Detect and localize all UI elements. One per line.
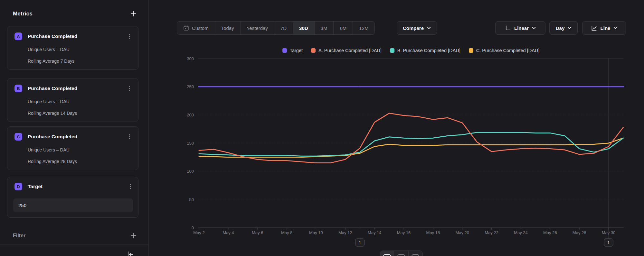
- chart-style-option-2[interactable]: [394, 251, 408, 256]
- series-line-c-purchase-completed-dau-: [199, 138, 623, 157]
- chart-panel: CustomTodayYesterday7D30D3M6M12M Compare…: [149, 0, 644, 256]
- chart-style-icon: [383, 254, 391, 256]
- metric-card-c[interactable]: C Purchase Completed Unique Users – DAU …: [7, 126, 138, 170]
- x-axis-label: May 18: [426, 230, 440, 235]
- filter-label: Filter: [13, 233, 25, 239]
- chart-style-icon: [412, 254, 419, 256]
- x-axis-label: May 28: [573, 230, 586, 235]
- x-axis-label: May 24: [514, 230, 528, 235]
- y-axis-label: 150: [187, 141, 194, 146]
- metric-title: Purchase Completed: [28, 86, 128, 91]
- collapse-left-icon: [126, 250, 135, 256]
- metric-title: Purchase Completed: [28, 33, 128, 39]
- x-axis-label: May 4: [223, 230, 234, 235]
- sidebar-divider: [0, 244, 149, 245]
- chart-style-switcher: [380, 251, 423, 256]
- plus-icon: [130, 232, 137, 239]
- series-line-b-purchase-completed-dau-: [199, 133, 623, 156]
- metrics-sidebar: Metrics A Purchase Completed Unique User…: [0, 0, 149, 256]
- line-chart: 050100150200250300May 2May 4May 6May 8Ma…: [149, 0, 644, 256]
- annotation-badge-label: 1: [607, 240, 610, 245]
- y-axis-label: 100: [187, 169, 194, 174]
- metric-title: Purchase Completed: [28, 134, 128, 140]
- collapse-sidebar-button[interactable]: [126, 250, 135, 256]
- metric-measure: Unique Users – DAU: [28, 99, 131, 104]
- y-axis-label: 250: [187, 84, 194, 89]
- chart-style-option-3[interactable]: [409, 251, 422, 256]
- metric-badge-b: B: [14, 85, 22, 92]
- metric-menu-button[interactable]: [128, 32, 131, 40]
- metric-menu-button[interactable]: [128, 133, 131, 141]
- y-axis-label: 300: [187, 56, 194, 61]
- target-menu-button[interactable]: [129, 183, 133, 190]
- metric-transform: Rolling Average 28 Days: [28, 159, 131, 164]
- x-axis-label: May 2: [193, 230, 204, 235]
- add-filter-button[interactable]: [130, 232, 137, 239]
- chart-style-option-1[interactable]: [380, 251, 394, 256]
- metric-badge-d: D: [14, 183, 22, 190]
- x-axis-label: May 8: [281, 230, 292, 235]
- y-axis-label: 50: [189, 197, 194, 202]
- x-axis-label: May 22: [485, 230, 498, 235]
- sidebar-title: Metrics: [13, 11, 33, 17]
- add-metric-button[interactable]: [130, 10, 137, 17]
- x-axis-label: May 10: [309, 230, 323, 235]
- metric-card-a[interactable]: A Purchase Completed Unique Users – DAU …: [7, 26, 138, 70]
- metric-transform: Rolling Average 14 Days: [28, 111, 131, 116]
- target-card[interactable]: D Target: [7, 177, 138, 218]
- chart-style-icon: [397, 254, 405, 256]
- x-axis-label: May 14: [368, 230, 382, 235]
- metric-measure: Unique Users – DAU: [28, 147, 131, 152]
- filter-section: Filter: [13, 232, 137, 239]
- metric-transform: Rolling Average 7 Days: [28, 59, 131, 64]
- x-axis-label: May 16: [397, 230, 411, 235]
- target-title: Target: [28, 184, 129, 189]
- x-axis-label: May 12: [338, 230, 352, 235]
- target-value-input[interactable]: [13, 198, 133, 212]
- sidebar-header: Metrics: [13, 10, 137, 17]
- metric-measure: Unique Users – DAU: [28, 47, 131, 52]
- metric-menu-button[interactable]: [128, 85, 131, 92]
- y-axis-label: 0: [192, 225, 194, 230]
- x-axis-label: May 20: [455, 230, 469, 235]
- x-axis-label: May 26: [543, 230, 557, 235]
- plus-icon: [130, 10, 137, 17]
- metric-card-b[interactable]: B Purchase Completed Unique Users – DAU …: [7, 78, 138, 122]
- metric-badge-a: A: [14, 32, 22, 40]
- x-axis-label: May 6: [252, 230, 263, 235]
- y-axis-label: 200: [187, 113, 194, 117]
- annotation-badge-label: 1: [359, 240, 361, 245]
- metric-badge-c: C: [14, 133, 22, 141]
